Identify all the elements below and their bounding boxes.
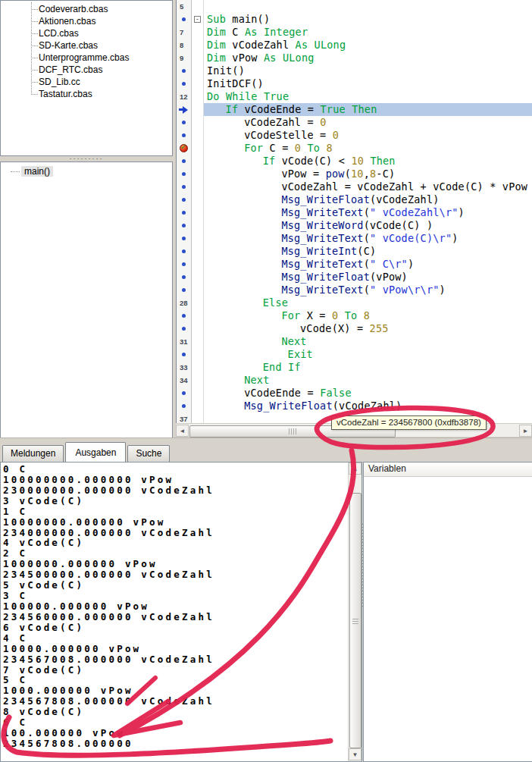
tab-suche[interactable]: Suche — [127, 445, 170, 462]
code-line[interactable]: vCodeZahl = 0 — [177, 116, 532, 129]
gutter-cell[interactable] — [177, 64, 192, 77]
statement-dot-icon — [182, 404, 186, 408]
gutter-cell[interactable] — [177, 232, 192, 245]
bottom-tabstrip: Meldungen Ausgaben Suche — [2, 443, 171, 462]
code-text: Exit — [204, 348, 532, 361]
code-text: Msg_WriteText(" vCode(C)\r") — [204, 232, 532, 245]
panel-splitter-handle[interactable]: ········· — [0, 155, 173, 161]
gutter-cell[interactable] — [177, 142, 192, 155]
gutter-cell[interactable] — [177, 284, 192, 296]
file-tree-item[interactable]: Aktionen.cbas — [39, 15, 172, 27]
file-tree-item[interactable]: Tastatur.cbas — [39, 88, 172, 100]
gutter-cell[interactable] — [177, 103, 192, 116]
scroll-left-button[interactable]: ◄ — [176, 425, 189, 437]
tab-meldungen[interactable]: Meldungen — [2, 445, 64, 462]
code-line[interactable]: 34Next — [177, 374, 532, 387]
gutter-cell[interactable] — [177, 129, 192, 142]
gutter-cell[interactable] — [177, 271, 192, 284]
code-line[interactable]: If vCodeEnde = True Then — [177, 103, 532, 116]
code-line[interactable]: 12Do While True — [177, 90, 532, 103]
gutter-cell[interactable] — [177, 116, 192, 129]
gutter-cell[interactable]: 31 — [177, 335, 192, 348]
gutter-cell[interactable]: 37 — [177, 412, 192, 423]
gutter-cell[interactable]: 12 — [177, 90, 192, 103]
code-line[interactable]: 28Else — [177, 296, 532, 309]
code-line[interactable]: vCodeStelle = 0 — [177, 129, 532, 142]
file-tree-item[interactable]: SD-Karte.cbas — [39, 39, 172, 52]
gutter-cell[interactable]: 34 — [177, 374, 192, 387]
code-line[interactable]: For X = 0 To 8 — [177, 309, 532, 322]
gutter-cell[interactable]: 5 — [177, 0, 192, 13]
code-line[interactable]: 33End If — [177, 361, 532, 374]
code-line[interactable]: Msg_WriteText(" C\r") — [177, 258, 532, 271]
output-vertical-scrollbar[interactable]: ▲ ▼ — [348, 463, 361, 761]
code-line[interactable]: Msg_WriteFloat(vPow) — [177, 271, 532, 284]
project-file-tree-panel: Codeverarb.cbasAktionen.cbasLCD.cbasSD-K… — [0, 0, 173, 156]
output-line: 100000000.000000 vPow — [3, 475, 346, 485]
output-vscroll-thumb[interactable] — [349, 493, 361, 748]
code-line[interactable]: Msg_WriteText(" vCode(C)\r") — [177, 232, 532, 245]
tab-ausgaben[interactable]: Ausgaben — [65, 442, 126, 462]
file-tree-item[interactable]: SD_Lib.cc — [39, 76, 172, 88]
function-list-item[interactable]: main() — [21, 165, 172, 177]
file-tree-item[interactable]: LCD.cbas — [39, 27, 172, 39]
code-line[interactable]: vPow = pow(10,8-C) — [177, 168, 532, 180]
gutter-cell[interactable] — [177, 77, 192, 90]
scroll-down-button[interactable]: ▼ — [349, 748, 361, 760]
code-line[interactable]: 8Dim vCodeZahl As ULong — [177, 39, 532, 52]
file-tree-item[interactable]: DCF_RTC.cbas — [39, 64, 172, 76]
output-line: 0 C — [3, 464, 346, 475]
code-line[interactable]: vCodeZahl = vCodeZahl + vCode(C) * vPow — [177, 180, 532, 193]
output-line: 6 vCode(C) — [3, 622, 346, 633]
code-line[interactable]: Msg_WriteInt(C) — [177, 245, 532, 258]
gutter-cell[interactable] — [177, 219, 192, 232]
code-line[interactable]: 31Next — [177, 335, 532, 348]
gutter-cell[interactable] — [177, 155, 192, 168]
code-line[interactable]: If vCode(C) < 10 Then — [177, 155, 532, 168]
fold-collapse-icon[interactable]: - — [194, 16, 201, 23]
fold-margin — [192, 258, 204, 271]
gutter-cell[interactable] — [177, 13, 192, 26]
file-tree-item[interactable]: Codeverarb.cbas — [39, 3, 172, 15]
gutter-cell[interactable] — [177, 387, 192, 400]
code-line[interactable]: Init() — [177, 64, 532, 77]
code-line[interactable]: Exit — [177, 348, 532, 361]
gutter-cell[interactable] — [177, 348, 192, 361]
code-line[interactable]: For C = 0 To 8 — [177, 142, 532, 155]
gutter-cell[interactable] — [177, 258, 192, 271]
code-line[interactable]: 5 — [177, 0, 532, 13]
code-line[interactable]: vCodeEnde = False — [177, 387, 532, 400]
code-editor[interactable]: 5-Sub main()7Dim C As Integer8Dim vCodeZ… — [176, 0, 532, 423]
gutter-cell[interactable]: 28 — [177, 296, 192, 309]
gutter-cell[interactable] — [177, 168, 192, 180]
code-line[interactable]: 9Dim vPow As ULong — [177, 52, 532, 64]
gutter-cell[interactable] — [177, 180, 192, 193]
fold-margin — [192, 296, 204, 309]
gutter-cell[interactable] — [177, 309, 192, 322]
code-text: InitDCF() — [204, 77, 532, 90]
scroll-right-button[interactable]: ► — [519, 425, 532, 437]
code-line[interactable]: Msg_WriteFloat(vCodeZahl) — [177, 193, 532, 206]
file-tree-item[interactable]: Unterprogramme.cbas — [39, 52, 172, 64]
code-line[interactable]: Msg_WriteText(" vPow\r\r") — [177, 284, 532, 296]
code-line[interactable]: 7Dim C As Integer — [177, 26, 532, 39]
gutter-cell[interactable] — [177, 206, 192, 219]
gutter-cell[interactable] — [177, 245, 192, 258]
scroll-up-button[interactable]: ▲ — [349, 463, 361, 475]
code-line[interactable]: -Sub main() — [177, 13, 532, 26]
gutter-cell[interactable] — [177, 193, 192, 206]
gutter-cell[interactable] — [177, 322, 192, 335]
gutter-cell[interactable]: 9 — [177, 52, 192, 64]
code-line[interactable]: Msg_WriteWord(vCode(C) ) — [177, 219, 532, 232]
code-line[interactable]: Msg_WriteFloat(vCodeZahl) — [177, 400, 532, 412]
breakpoint-icon[interactable] — [180, 144, 188, 152]
gutter-cell[interactable]: 33 — [177, 361, 192, 374]
gutter-cell[interactable]: 8 — [177, 39, 192, 52]
output-line: 234000000.000000 vCodeZahl — [3, 528, 346, 538]
gutter-cell[interactable] — [177, 400, 192, 412]
code-line[interactable]: Msg_WriteText(" vCodeZahl\r") — [177, 206, 532, 219]
code-text: vCodeZahl = 0 — [204, 116, 532, 129]
gutter-cell[interactable]: 7 — [177, 26, 192, 39]
code-line[interactable]: vCode(X) = 255 — [177, 322, 532, 335]
code-line[interactable]: InitDCF() — [177, 77, 532, 90]
